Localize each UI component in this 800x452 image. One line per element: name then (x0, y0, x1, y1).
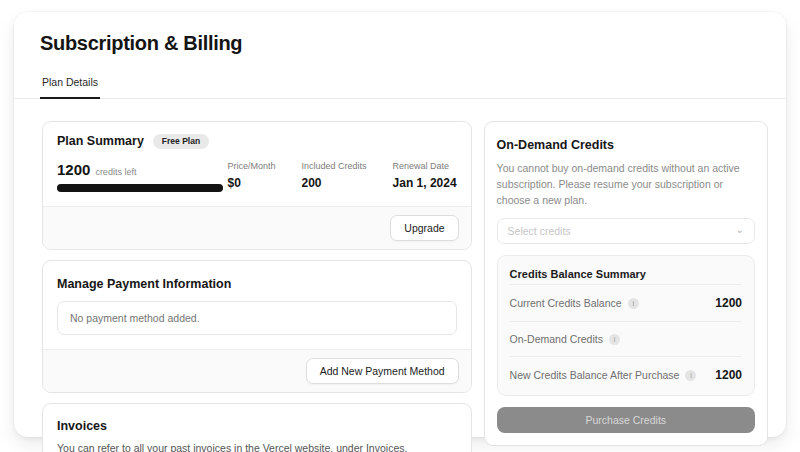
info-icon[interactable]: i (609, 334, 620, 345)
summary-row-label: New Credits Balance After Purchase i (510, 369, 697, 381)
select-credits-placeholder: Select credits (508, 225, 571, 237)
stat-price-month: Price/Month $0 (227, 161, 275, 190)
stat-label: Included Credits (301, 161, 366, 171)
summary-row-label: On-Demand Credits i (510, 333, 620, 345)
no-payment-method-box: No payment method added. (57, 301, 457, 335)
payment-card: Manage Payment Information No payment me… (42, 260, 472, 393)
info-icon[interactable]: i (628, 298, 639, 309)
summary-row-label-text: Current Credits Balance (510, 297, 622, 309)
select-credits-dropdown[interactable]: Select credits ⌄ (497, 218, 755, 244)
credits-balance-summary: Credits Balance Summary Current Credits … (497, 255, 755, 396)
invoices-body: Invoices You can refer to all your past … (43, 404, 471, 452)
page-title: Subscription & Billing (14, 22, 786, 55)
stat-value: Jan 1, 2024 (393, 176, 457, 190)
info-icon[interactable]: i (685, 370, 696, 381)
on-demand-title: On-Demand Credits (497, 138, 614, 152)
credits-progress-fill (57, 184, 223, 192)
summary-row-new-balance: New Credits Balance After Purchase i 120… (510, 356, 742, 393)
stat-label: Price/Month (227, 161, 275, 171)
left-column: Plan Summary Free Plan 1200 credits left (42, 121, 472, 452)
credits-left-line: 1200 credits left (57, 161, 223, 178)
tab-plan-details[interactable]: Plan Details (40, 72, 100, 99)
on-demand-credits-card: On-Demand Credits You cannot buy on-dema… (484, 121, 768, 446)
stat-included-credits: Included Credits 200 (301, 161, 366, 190)
summary-row-label-text: New Credits Balance After Purchase (510, 369, 680, 381)
summary-row-label-text: On-Demand Credits (510, 333, 603, 345)
plan-summary-body: 1200 credits left Price/Month $0 (43, 151, 471, 206)
chevron-down-icon: ⌄ (736, 225, 744, 235)
plan-summary-footer: Upgrade (43, 206, 471, 249)
credits-left-value: 1200 (57, 161, 90, 178)
invoices-title: Invoices (57, 419, 107, 433)
summary-row-current-balance: Current Credits Balance i 1200 (510, 284, 742, 321)
add-payment-method-button[interactable]: Add New Payment Method (306, 358, 459, 384)
summary-row-label: Current Credits Balance i (510, 297, 639, 309)
on-demand-description: You cannot buy on-demand credits without… (497, 161, 755, 208)
summary-row-value: 1200 (715, 296, 742, 310)
right-column: On-Demand Credits You cannot buy on-dema… (484, 121, 768, 452)
invoices-description: You can refer to all your past invoices … (57, 441, 457, 452)
payment-title: Manage Payment Information (57, 277, 231, 291)
summary-row-on-demand: On-Demand Credits i (510, 321, 742, 356)
plan-summary-title: Plan Summary (57, 134, 144, 148)
invoices-card: Invoices You can refer to all your past … (42, 403, 472, 452)
tab-bar: Plan Details (14, 72, 786, 99)
credits-progress-track (57, 184, 223, 192)
stat-label: Renewal Date (393, 161, 457, 171)
summary-row-value: 1200 (715, 368, 742, 382)
stat-renewal-date: Renewal Date Jan 1, 2024 (393, 161, 457, 190)
purchase-credits-button[interactable]: Purchase Credits (497, 407, 755, 433)
plan-summary-card: Plan Summary Free Plan 1200 credits left (42, 121, 472, 250)
plan-badge: Free Plan (153, 134, 209, 149)
plan-stats: Price/Month $0 Included Credits 200 Rene… (227, 159, 456, 190)
credits-balance-summary-title: Credits Balance Summary (510, 268, 742, 284)
billing-panel: Subscription & Billing Plan Details Plan… (14, 12, 786, 437)
payment-footer: Add New Payment Method (43, 349, 471, 392)
payment-header: Manage Payment Information (43, 261, 471, 301)
content-area: Plan Summary Free Plan 1200 credits left (14, 99, 786, 452)
stat-value: $0 (227, 176, 275, 190)
credits-left-label: credits left (95, 167, 136, 177)
upgrade-button[interactable]: Upgrade (390, 215, 458, 241)
stat-value: 200 (301, 176, 366, 190)
credits-left-block: 1200 credits left (57, 159, 223, 192)
plan-summary-header: Plan Summary Free Plan (43, 122, 471, 151)
